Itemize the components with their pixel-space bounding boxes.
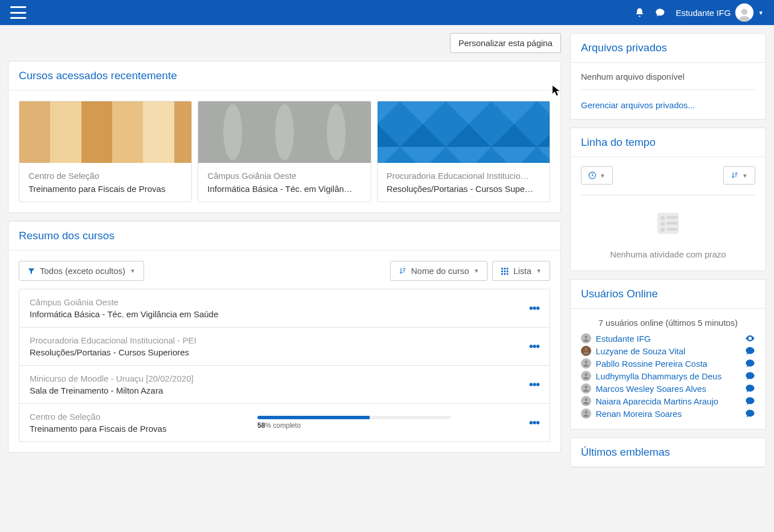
user-link[interactable]: Luzyane de Souza Vital xyxy=(596,346,745,356)
online-user-row: Naiara Aparecida Martins Araujo xyxy=(581,395,755,407)
svg-rect-17 xyxy=(667,228,678,230)
view-label: Lista xyxy=(513,266,531,276)
course-overview-title: Resumo dos cursos xyxy=(19,230,550,242)
user-avatar xyxy=(581,408,591,419)
course-name: Sala de Treinamento - Milton Azara xyxy=(30,386,257,395)
notifications-icon[interactable] xyxy=(634,7,645,18)
user-avatar xyxy=(581,358,591,369)
svg-point-18 xyxy=(585,335,588,338)
course-row[interactable]: Centro de Seleção Treinamento para Fisca… xyxy=(19,404,550,441)
course-name: Informática Básica - Téc. em Vigilância … xyxy=(30,309,257,319)
course-row[interactable]: Câmpus Goiânia Oeste Informática Básica … xyxy=(19,289,550,328)
online-users-title: Usuários Online xyxy=(581,288,755,300)
course-category: Câmpus Goiânia Oeste xyxy=(30,297,257,307)
sort-icon xyxy=(731,171,739,179)
private-files-block: Arquivos privados Nenhum arquivo disponí… xyxy=(570,33,766,120)
svg-point-21 xyxy=(585,373,588,376)
caret-down-icon: ▼ xyxy=(742,173,748,179)
timeline-title: Linha do tempo xyxy=(581,136,755,149)
svg-rect-15 xyxy=(667,222,678,224)
course-row[interactable]: Minicurso de Moodle - Uruaçu [20/02/2020… xyxy=(19,366,550,404)
svg-rect-9 xyxy=(507,273,509,275)
caret-down-icon: ▼ xyxy=(474,268,480,274)
badges-block: Últimos emblemas xyxy=(570,437,766,468)
course-actions-button[interactable]: ••• xyxy=(529,378,539,391)
svg-rect-3 xyxy=(507,268,509,269)
course-actions-button[interactable]: ••• xyxy=(529,340,539,353)
timeline-filter-date[interactable]: ▼ xyxy=(581,166,613,185)
user-avatar xyxy=(581,333,591,343)
course-name: Informática Básica - Téc. em Vigilân… xyxy=(207,184,361,194)
course-image xyxy=(19,101,191,163)
caret-down-icon: ▼ xyxy=(600,173,605,179)
caret-down-icon: ▼ xyxy=(536,268,542,274)
course-name: Resoluções/Portarias - Cursos Supe… xyxy=(387,184,540,194)
progress: 58% completo xyxy=(257,416,529,429)
online-users-block: Usuários Online 7 usuários online (últim… xyxy=(570,279,766,429)
timeline-empty: Nenhuma atividade com prazo xyxy=(581,249,755,259)
customize-page-button[interactable]: Personalizar esta página xyxy=(450,33,561,53)
timeline-sort[interactable]: ▼ xyxy=(723,166,755,185)
course-name: Treinamento para Fiscais de Provas xyxy=(30,424,257,433)
sort-dropdown[interactable]: Nome do curso ▼ xyxy=(390,261,488,281)
svg-rect-12 xyxy=(661,216,665,220)
chat-icon[interactable] xyxy=(745,396,755,406)
private-files-title: Arquivos privados xyxy=(581,42,755,54)
online-user-row: Renan Moreira Soares xyxy=(581,407,755,420)
chat-icon[interactable] xyxy=(745,383,755,394)
recent-course-card[interactable]: Centro de Seleção Treinamento para Fisca… xyxy=(19,101,192,202)
navbar: Estudante IFG ▼ xyxy=(0,0,774,25)
svg-point-19 xyxy=(585,348,588,351)
online-user-row: Ludhymylla Dhammarys de Deus xyxy=(581,370,755,382)
course-row[interactable]: Procuradoria Educacional Institucional -… xyxy=(19,328,550,366)
messages-icon[interactable] xyxy=(655,7,665,18)
user-avatar xyxy=(581,371,591,381)
user-name: Estudante IFG xyxy=(675,8,731,18)
user-link[interactable]: Estudante IFG xyxy=(596,334,745,343)
course-actions-button[interactable]: ••• xyxy=(529,302,539,315)
user-avatar xyxy=(581,346,591,356)
course-category: Centro de Seleção xyxy=(28,171,182,181)
online-user-row: Estudante IFG xyxy=(581,332,755,345)
svg-rect-2 xyxy=(504,268,506,269)
course-overview-block: Resumo dos cursos Todos (exceto ocultos)… xyxy=(8,221,561,453)
recent-courses-block: Cursos acessados recentemente Centro de … xyxy=(8,61,561,213)
user-link[interactable]: Naiara Aparecida Martins Araujo xyxy=(596,396,745,406)
manage-files-link[interactable]: Gerenciar arquivos privados... xyxy=(581,100,755,110)
course-name: Resoluções/Portarias - Cursos Superiores xyxy=(30,347,257,357)
user-link[interactable]: Ludhymylla Dhammarys de Deus xyxy=(596,371,745,381)
recent-course-card[interactable]: Procuradoria Educacional Institucio… Res… xyxy=(377,101,550,202)
user-link[interactable]: Renan Moreira Soares xyxy=(596,409,745,419)
menu-toggle[interactable] xyxy=(10,6,26,19)
chat-icon[interactable] xyxy=(745,371,755,381)
user-avatar xyxy=(581,383,591,394)
user-link[interactable]: Marcos Wesley Soares Alves xyxy=(596,384,745,394)
user-link[interactable]: Pabllo Rossine Pereira Costa xyxy=(596,359,745,369)
svg-rect-13 xyxy=(667,216,678,219)
svg-rect-8 xyxy=(504,273,506,275)
course-category: Procuradoria Educacional Institucio… xyxy=(387,171,540,181)
badges-title: Últimos emblemas xyxy=(581,446,755,459)
filter-label: Todos (exceto ocultos) xyxy=(40,266,125,276)
course-image xyxy=(378,101,550,163)
caret-down-icon: ▼ xyxy=(758,10,764,16)
svg-point-24 xyxy=(585,411,588,414)
filter-dropdown[interactable]: Todos (exceto ocultos) ▼ xyxy=(19,261,144,281)
user-menu[interactable]: Estudante IFG ▼ xyxy=(675,3,764,22)
recent-course-card[interactable]: Câmpus Goiânia Oeste Informática Básica … xyxy=(198,101,371,202)
online-user-row: Luzyane de Souza Vital xyxy=(581,345,755,357)
user-avatar xyxy=(581,396,591,406)
eye-icon[interactable] xyxy=(745,333,755,343)
private-files-empty: Nenhum arquivo disponível xyxy=(581,72,755,81)
sort-icon xyxy=(399,267,407,275)
course-category: Procuradoria Educacional Institucional -… xyxy=(30,335,257,345)
chat-icon[interactable] xyxy=(745,346,755,356)
online-user-row: Marcos Wesley Soares Alves xyxy=(581,382,755,395)
activities-icon xyxy=(654,209,682,238)
chat-icon[interactable] xyxy=(745,408,755,419)
course-actions-button[interactable]: ••• xyxy=(529,416,539,429)
svg-rect-6 xyxy=(507,270,509,272)
chat-icon[interactable] xyxy=(745,358,755,369)
grid-icon xyxy=(501,267,509,275)
view-dropdown[interactable]: Lista ▼ xyxy=(492,261,550,281)
